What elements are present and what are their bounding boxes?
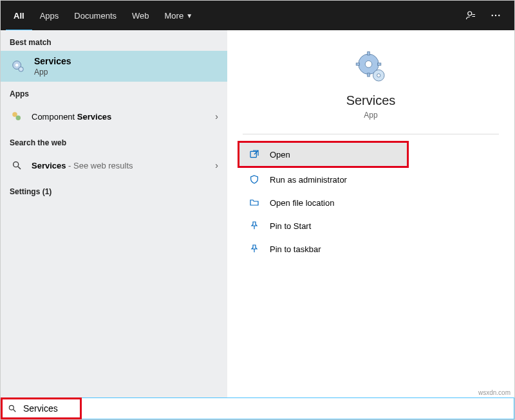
more-options-icon[interactable] xyxy=(487,7,504,24)
action-pin-taskbar[interactable]: Pin to taskbar xyxy=(227,237,514,260)
folder-icon xyxy=(248,196,261,209)
action-open[interactable]: Open xyxy=(239,143,407,166)
best-match-header: Best match xyxy=(1,30,227,51)
svg-rect-19 xyxy=(250,151,256,157)
svg-line-10 xyxy=(18,167,21,169)
action-label: Open file location xyxy=(270,198,334,208)
pin-icon xyxy=(248,219,261,232)
search-icon xyxy=(8,404,17,413)
services-large-icon xyxy=(353,50,389,86)
tabs-right xyxy=(463,7,509,24)
svg-point-5 xyxy=(15,64,19,67)
watermark: wsxdn.com xyxy=(478,389,510,396)
chevron-right-icon: › xyxy=(215,160,218,170)
tab-web[interactable]: Web xyxy=(124,1,157,30)
windows-search-popup: All Apps Documents Web More ▼ Best match xyxy=(0,0,515,420)
chevron-down-icon: ▼ xyxy=(186,12,192,19)
open-icon xyxy=(248,148,261,161)
tab-more[interactable]: More ▼ xyxy=(157,1,201,30)
search-input[interactable] xyxy=(22,403,76,414)
component-prefix: Component xyxy=(32,112,77,122)
preview-panel: Services App Open Run a xyxy=(227,30,514,397)
tab-more-label: More xyxy=(165,11,184,21)
tab-apps[interactable]: Apps xyxy=(32,1,67,30)
tab-all[interactable]: All xyxy=(6,0,32,32)
chevron-right-icon: › xyxy=(215,111,218,122)
svg-point-0 xyxy=(468,12,472,15)
svg-rect-14 xyxy=(368,73,370,77)
svg-point-20 xyxy=(9,405,14,410)
body: Best match Services App Apps xyxy=(1,30,514,397)
action-open-location[interactable]: Open file location xyxy=(227,191,514,214)
svg-point-8 xyxy=(16,116,21,121)
svg-point-1 xyxy=(492,15,493,16)
shield-icon xyxy=(248,173,261,186)
search-bar xyxy=(1,397,514,419)
search-icon xyxy=(10,158,24,172)
best-match-item[interactable]: Services App xyxy=(1,51,227,82)
search-tabs: All Apps Documents Web More ▼ xyxy=(1,1,514,30)
search-input-extended[interactable] xyxy=(82,397,514,419)
tab-documents[interactable]: Documents xyxy=(66,1,124,30)
action-label: Open xyxy=(270,150,290,160)
action-label: Run as administrator xyxy=(270,175,347,185)
svg-point-2 xyxy=(495,15,496,16)
services-gear-icon xyxy=(10,58,26,75)
svg-point-12 xyxy=(365,61,372,68)
result-component-services[interactable]: Component Services › xyxy=(1,102,227,131)
svg-line-21 xyxy=(14,410,16,412)
best-match-subtitle: App xyxy=(34,68,71,77)
action-label: Pin to taskbar xyxy=(270,244,321,254)
component-services-icon xyxy=(10,109,24,123)
result-label: Services - See web results xyxy=(32,161,215,170)
action-label: Pin to Start xyxy=(270,221,311,231)
component-bold: Services xyxy=(77,112,112,122)
action-pin-start[interactable]: Pin to Start xyxy=(227,214,514,237)
settings-header: Settings (1) xyxy=(1,179,227,200)
result-label: Component Services xyxy=(32,112,215,122)
svg-point-9 xyxy=(14,162,19,167)
web-suffix: - See web results xyxy=(66,161,133,170)
svg-point-18 xyxy=(377,74,380,77)
search-box-highlight xyxy=(1,397,82,419)
action-run-admin[interactable]: Run as administrator xyxy=(227,168,514,191)
result-web-services[interactable]: Services - See web results › xyxy=(1,151,227,179)
svg-point-6 xyxy=(19,67,23,71)
results-panel: Best match Services App Apps xyxy=(1,30,227,397)
divider xyxy=(243,134,499,134)
preview-header: Services App xyxy=(227,43,514,134)
actions-list: Open Run as administrator Open file loca… xyxy=(227,137,514,260)
pin-icon xyxy=(248,242,261,255)
feedback-icon[interactable] xyxy=(463,7,480,24)
svg-point-3 xyxy=(498,15,500,16)
svg-rect-15 xyxy=(356,63,359,66)
preview-subtitle: App xyxy=(364,111,377,120)
apps-header: Apps xyxy=(1,82,227,102)
highlight-open: Open xyxy=(238,141,409,168)
svg-rect-13 xyxy=(368,52,370,55)
preview-title: Services xyxy=(346,93,396,108)
svg-rect-16 xyxy=(378,63,381,66)
best-match-title: Services xyxy=(34,56,71,66)
web-bold: Services xyxy=(32,161,66,170)
best-match-text: Services App xyxy=(34,56,71,77)
search-web-header: Search the web xyxy=(1,131,227,151)
